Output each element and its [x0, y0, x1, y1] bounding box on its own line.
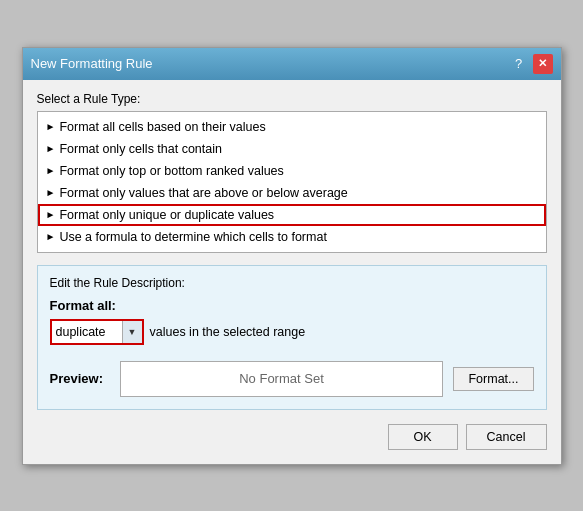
- arrow-icon-1: ►: [46, 121, 56, 132]
- rule-item-above-below[interactable]: ► Format only values that are above or b…: [38, 182, 546, 204]
- edit-section: Edit the Rule Description: Format all: d…: [37, 265, 547, 410]
- rule-item-label: Format all cells based on their values: [59, 120, 265, 134]
- arrow-icon-2: ►: [46, 143, 56, 154]
- dialog-title: New Formatting Rule: [31, 56, 153, 71]
- duplicate-dropdown-container: duplicate unique ▼: [50, 319, 144, 345]
- duplicate-dropdown[interactable]: duplicate unique: [52, 323, 122, 341]
- rule-item-cells-contain[interactable]: ► Format only cells that contain: [38, 138, 546, 160]
- rule-item-label: Format only unique or duplicate values: [59, 208, 274, 222]
- ok-button[interactable]: OK: [388, 424, 458, 450]
- rule-item-label: Use a formula to determine which cells t…: [59, 230, 326, 244]
- preview-box: No Format Set: [120, 361, 444, 397]
- title-bar-left: New Formatting Rule: [31, 56, 153, 71]
- arrow-icon-5: ►: [46, 209, 56, 220]
- close-button[interactable]: ✕: [533, 54, 553, 74]
- values-text: values in the selected range: [150, 325, 306, 339]
- rule-item-all-cells[interactable]: ► Format all cells based on their values: [38, 116, 546, 138]
- cancel-button[interactable]: Cancel: [466, 424, 547, 450]
- rule-item-label: Format only top or bottom ranked values: [59, 164, 283, 178]
- format-all-label: Format all:: [50, 298, 534, 313]
- button-row: OK Cancel: [37, 424, 547, 450]
- dialog: New Formatting Rule ? ✕ Select a Rule Ty…: [22, 47, 562, 465]
- dropdown-arrow-icon[interactable]: ▼: [122, 321, 142, 343]
- arrow-icon-3: ►: [46, 165, 56, 176]
- format-button[interactable]: Format...: [453, 367, 533, 391]
- format-row: duplicate unique ▼ values in the selecte…: [50, 319, 534, 345]
- title-bar-right: ? ✕: [509, 54, 553, 74]
- rule-item-formula[interactable]: ► Use a formula to determine which cells…: [38, 226, 546, 248]
- preview-label: Preview:: [50, 371, 110, 386]
- dialog-body: Select a Rule Type: ► Format all cells b…: [23, 80, 561, 464]
- edit-section-label: Edit the Rule Description:: [50, 276, 534, 290]
- preview-row: Preview: No Format Set Format...: [50, 361, 534, 397]
- rule-item-unique-duplicate[interactable]: ► Format only unique or duplicate values: [38, 204, 546, 226]
- rule-list: ► Format all cells based on their values…: [37, 111, 547, 253]
- arrow-icon-4: ►: [46, 187, 56, 198]
- help-button[interactable]: ?: [509, 54, 529, 74]
- rule-item-label: Format only values that are above or bel…: [59, 186, 347, 200]
- rule-item-label: Format only cells that contain: [59, 142, 222, 156]
- title-bar: New Formatting Rule ? ✕: [23, 48, 561, 80]
- rule-type-label: Select a Rule Type:: [37, 92, 547, 106]
- preview-text: No Format Set: [239, 371, 324, 386]
- arrow-icon-6: ►: [46, 231, 56, 242]
- rule-item-top-bottom[interactable]: ► Format only top or bottom ranked value…: [38, 160, 546, 182]
